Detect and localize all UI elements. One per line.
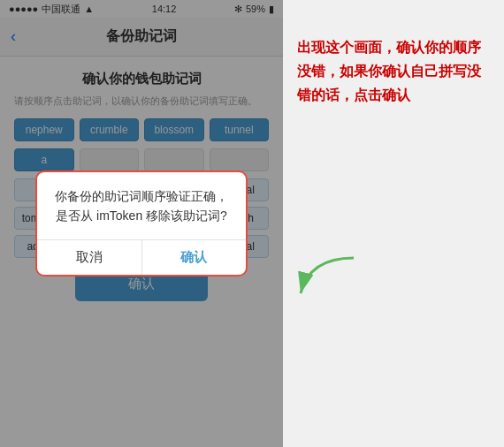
phone-frame: ●●●●● 中国联通 ▲ 14:12 ✻ 59% ▮ ‹ 备份助记词 确认你的钱…: [0, 0, 283, 447]
annotation-text: 出现这个画面，确认你的顺序没错，如果你确认自己拼写没错的话，点击确认: [297, 35, 490, 108]
arrow-container: [292, 249, 363, 306]
modal-ok-button[interactable]: 确认: [142, 240, 247, 275]
modal-overlay: 你备份的助记词顺序验证正确，是否从 imToken 移除该助记词? 取消 确认: [0, 0, 283, 447]
annotation-panel: 出现这个画面，确认你的顺序没错，如果你确认自己拼写没错的话，点击确认: [283, 0, 504, 447]
modal-message: 你备份的助记词顺序验证正确，是否从 imToken 移除该助记词?: [51, 186, 232, 226]
modal-box: 你备份的助记词顺序验证正确，是否从 imToken 移除该助记词? 取消 确认: [35, 170, 248, 277]
modal-cancel-button[interactable]: 取消: [37, 240, 142, 275]
arrow-icon: [292, 249, 363, 302]
modal-buttons: 取消 确认: [37, 239, 246, 275]
